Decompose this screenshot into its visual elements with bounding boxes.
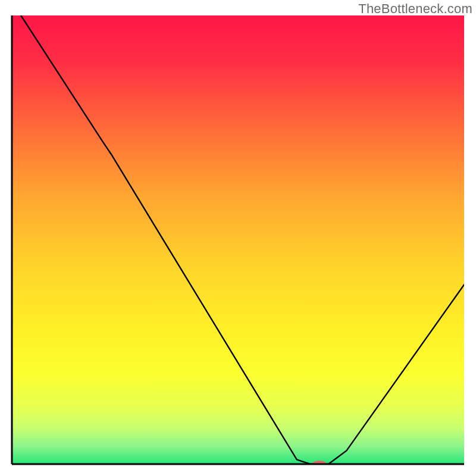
- chart-svg: [0, 0, 476, 476]
- gradient-background: [12, 15, 464, 464]
- bottleneck-chart: TheBottleneck.com: [0, 0, 476, 476]
- watermark-text: TheBottleneck.com: [358, 1, 472, 17]
- plot-area: [12, 15, 464, 468]
